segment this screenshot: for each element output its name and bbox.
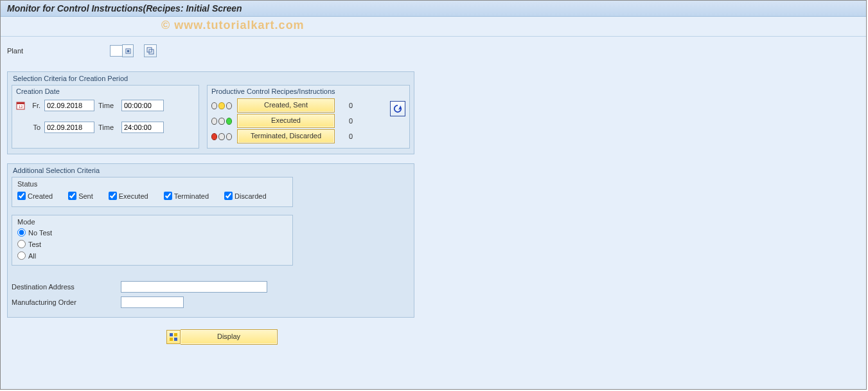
title-bar: Monitor for Control Instructions(Recipes…: [1, 1, 866, 17]
plant-label: Plant: [7, 47, 103, 55]
to-label: To: [29, 123, 40, 131]
display-row: Display: [166, 329, 860, 345]
search-help-icon: [125, 48, 131, 54]
multiple-selection-icon: [146, 47, 154, 55]
checkbox-terminated-label: Terminated: [174, 192, 209, 200]
calendar-icon: 12: [16, 101, 25, 110]
checkbox-terminated[interactable]: Terminated: [164, 192, 209, 200]
checkbox-created-label: Created: [28, 192, 53, 200]
status-count-executed: 0: [340, 117, 353, 125]
status-button-created-sent[interactable]: Created, Sent: [237, 98, 335, 113]
status-count-terminated: 0: [340, 132, 353, 140]
status-box: Status Created Sent Executed Terminated …: [12, 177, 293, 207]
mode-box: Mode No Test Test All: [12, 215, 293, 266]
svg-rect-5: [17, 102, 24, 104]
display-button[interactable]: Display: [181, 329, 278, 345]
manufacturing-order-input[interactable]: [121, 296, 184, 308]
manufacturing-order-row: Manufacturing Order: [12, 296, 410, 308]
selection-creation-title: Selection Criteria for Creation Period: [12, 75, 410, 82]
creation-date-box: Creation Date 12 Fr. Time To: [12, 85, 199, 149]
checkbox-discarded[interactable]: Discarded: [224, 192, 267, 200]
refresh-icon: [393, 104, 402, 113]
svg-rect-9: [170, 338, 173, 341]
productive-box: Productive Control Recipes/Instructions …: [207, 85, 410, 149]
display-icon-button[interactable]: [166, 330, 181, 344]
mode-title: Mode: [17, 218, 287, 226]
app-root: Monitor for Control Instructions(Recipes…: [0, 0, 867, 390]
from-label: Fr.: [29, 102, 40, 109]
plant-row: Plant: [7, 43, 860, 59]
traffic-light-yellow: [211, 102, 232, 109]
svg-text:12: 12: [19, 105, 23, 109]
plant-input-wrap: [110, 44, 134, 57]
checkbox-executed[interactable]: Executed: [109, 192, 148, 200]
page-title: Monitor for Control Instructions(Recipes…: [7, 3, 242, 14]
status-row-terminated: Terminated, Discarded 0: [211, 130, 405, 143]
destination-address-input[interactable]: [121, 281, 267, 293]
status-row-executed: Executed 0: [211, 114, 405, 127]
status-button-terminated[interactable]: Terminated, Discarded: [237, 129, 335, 143]
refresh-button[interactable]: [390, 101, 405, 116]
to-date-input[interactable]: [44, 122, 94, 133]
creation-date-title: Creation Date: [16, 87, 195, 95]
status-count-created-sent: 0: [340, 102, 353, 109]
status-button-executed[interactable]: Executed: [237, 114, 335, 128]
svg-rect-7: [170, 333, 173, 336]
destination-address-label: Destination Address: [12, 283, 114, 291]
productive-title: Productive Control Recipes/Instructions: [211, 87, 405, 95]
to-time-input[interactable]: [121, 122, 164, 133]
plant-input[interactable]: [110, 45, 123, 57]
additional-criteria-group: Additional Selection Criteria Status Cre…: [7, 163, 414, 318]
svg-rect-8: [174, 333, 177, 336]
watermark: © www.tutorialkart.com: [161, 19, 305, 32]
radio-all-label: All: [28, 252, 36, 260]
svg-rect-10: [174, 338, 177, 341]
checkbox-discarded-label: Discarded: [235, 192, 267, 200]
radio-no-test-label: No Test: [28, 229, 52, 237]
from-time-input[interactable]: [121, 100, 164, 111]
plant-multi-button[interactable]: [144, 44, 157, 57]
grid-icon: [169, 332, 178, 341]
checkbox-sent-label: Sent: [78, 192, 93, 200]
destination-address-row: Destination Address: [12, 281, 410, 293]
radio-all[interactable]: All: [17, 251, 287, 260]
traffic-light-green: [211, 118, 232, 125]
additional-criteria-title: Additional Selection Criteria: [12, 167, 410, 174]
from-time-label: Time: [98, 102, 118, 109]
svg-rect-1: [127, 50, 129, 52]
traffic-light-red: [211, 133, 232, 140]
from-date-input[interactable]: [44, 100, 94, 111]
toolbar: © www.tutorialkart.com: [1, 17, 866, 37]
status-row-created-sent: Created, Sent 0: [211, 99, 405, 112]
radio-test-label: Test: [28, 241, 41, 248]
content-area: Plant Selection Criteria for Creation Pe…: [1, 37, 866, 351]
selection-creation-group: Selection Criteria for Creation Period C…: [7, 71, 414, 154]
checkbox-sent[interactable]: Sent: [68, 192, 93, 200]
radio-test[interactable]: Test: [17, 240, 287, 248]
plant-f4-button[interactable]: [122, 44, 134, 57]
status-title: Status: [17, 180, 287, 188]
to-time-label: Time: [98, 123, 118, 131]
checkbox-executed-label: Executed: [119, 192, 148, 200]
radio-no-test[interactable]: No Test: [17, 228, 287, 237]
manufacturing-order-label: Manufacturing Order: [12, 298, 114, 306]
checkbox-created[interactable]: Created: [17, 192, 53, 200]
spacer-icon: [16, 123, 25, 132]
